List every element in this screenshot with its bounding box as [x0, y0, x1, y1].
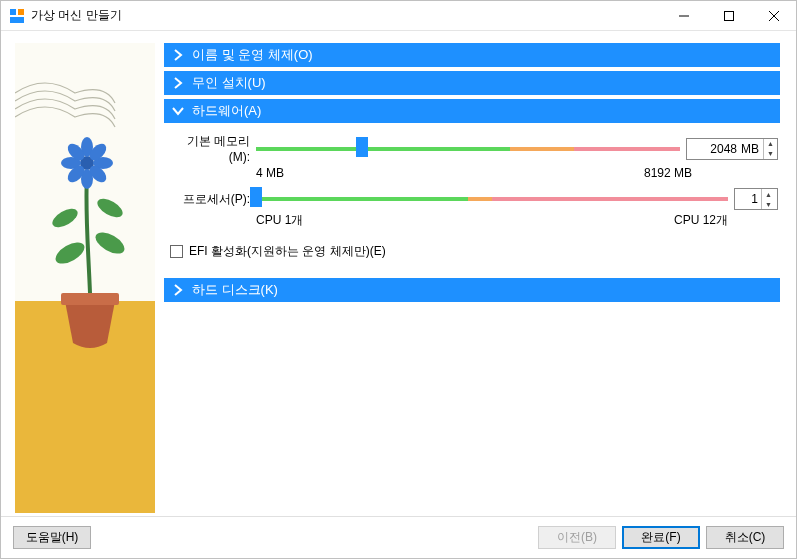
memory-min: 4 MB [256, 166, 284, 180]
memory-spinner[interactable]: MB ▲▼ [686, 138, 778, 160]
svg-rect-0 [10, 9, 16, 15]
spinner-arrows[interactable]: ▲▼ [761, 189, 775, 209]
footer: 도움말(H) 이전(B) 완료(F) 취소(C) [1, 516, 796, 558]
sidebar [1, 31, 158, 516]
efi-row[interactable]: EFI 활성화(지원하는 운영 체제만)(E) [166, 237, 778, 264]
svg-rect-2 [10, 17, 24, 23]
svg-rect-9 [61, 293, 119, 305]
memory-unit: MB [741, 142, 763, 156]
section-label: 하드 디스크(K) [192, 281, 278, 299]
efi-checkbox[interactable] [170, 245, 183, 258]
chevron-right-icon [172, 284, 184, 296]
close-button[interactable] [751, 1, 796, 30]
section-label: 하드웨어(A) [192, 102, 261, 120]
section-hardware[interactable]: 하드웨어(A) [164, 99, 780, 123]
cpu-spinner[interactable]: ▲▼ [734, 188, 778, 210]
memory-label: 기본 메모리(M): [166, 133, 250, 164]
memory-ticks: 4 MB 8192 MB [166, 166, 778, 180]
efi-label: EFI 활성화(지원하는 운영 체제만)(E) [189, 243, 386, 260]
section-name-os[interactable]: 이름 및 운영 체제(O) [164, 43, 780, 67]
section-unattended[interactable]: 무인 설치(U) [164, 71, 780, 95]
help-button[interactable]: 도움말(H) [13, 526, 91, 549]
hardware-body: 기본 메모리(M): MB ▲▼ [164, 127, 780, 274]
svg-rect-4 [724, 11, 733, 20]
slider-thumb[interactable] [250, 187, 262, 207]
cpu-row: 프로세서(P): ▲▼ [166, 188, 778, 210]
window-title: 가상 머신 만들기 [31, 7, 661, 24]
cpu-label: 프로세서(P): [166, 191, 250, 208]
svg-rect-1 [18, 9, 24, 15]
cpu-max: CPU 12개 [674, 212, 728, 229]
wizard-illustration [15, 43, 155, 513]
cpu-ticks: CPU 1개 CPU 12개 [166, 212, 778, 229]
chevron-right-icon [172, 49, 184, 61]
section-label: 무인 설치(U) [192, 74, 266, 92]
memory-row: 기본 메모리(M): MB ▲▼ [166, 133, 778, 164]
main-panel: 이름 및 운영 체제(O) 무인 설치(U) 하드웨어(A) 기본 메모리(M)… [158, 31, 796, 516]
finish-button[interactable]: 완료(F) [622, 526, 700, 549]
cpu-input[interactable] [735, 192, 761, 206]
memory-input[interactable] [687, 142, 741, 156]
slider-thumb[interactable] [356, 137, 368, 157]
cpu-slider[interactable] [256, 189, 728, 209]
back-button: 이전(B) [538, 526, 616, 549]
maximize-button[interactable] [706, 1, 751, 30]
titlebar: 가상 머신 만들기 [1, 1, 796, 31]
memory-max: 8192 MB [644, 166, 692, 180]
section-label: 이름 및 운영 체제(O) [192, 46, 313, 64]
spinner-arrows[interactable]: ▲▼ [763, 139, 777, 159]
cpu-min: CPU 1개 [256, 212, 303, 229]
section-harddisk[interactable]: 하드 디스크(K) [164, 278, 780, 302]
cancel-button[interactable]: 취소(C) [706, 526, 784, 549]
chevron-right-icon [172, 77, 184, 89]
memory-slider[interactable] [256, 139, 680, 159]
content-area: 이름 및 운영 체제(O) 무인 설치(U) 하드웨어(A) 기본 메모리(M)… [1, 31, 796, 516]
app-logo-icon [9, 8, 25, 24]
minimize-button[interactable] [661, 1, 706, 30]
chevron-down-icon [172, 105, 184, 117]
